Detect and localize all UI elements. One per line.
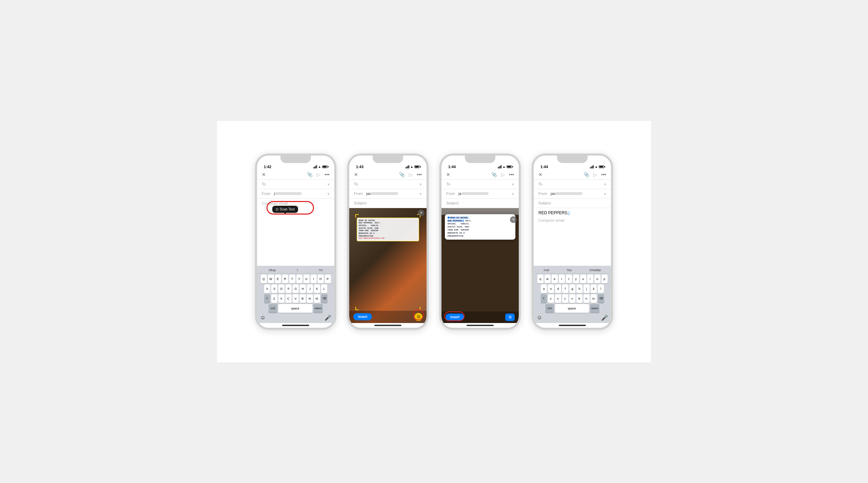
- close-icon-2[interactable]: ✕: [354, 172, 358, 177]
- key-x[interactable]: x: [555, 294, 561, 303]
- key-M[interactable]: M: [314, 294, 320, 303]
- key-g[interactable]: g: [569, 284, 575, 293]
- key-Z[interactable]: Z: [271, 294, 277, 303]
- mail-toolbar-2: ✕ 📎 ▷ •••: [349, 170, 427, 180]
- mic-icon-1[interactable]: 🎤: [324, 315, 331, 321]
- insert-btn-2[interactable]: insert: [353, 313, 372, 320]
- paperclip-icon-1[interactable]: 📎: [307, 172, 313, 177]
- close-icon-4[interactable]: ✕: [538, 172, 542, 177]
- key-k[interactable]: k: [591, 284, 597, 293]
- insert-btn-3[interactable]: insert: [446, 314, 464, 321]
- key-V[interactable]: V: [293, 294, 299, 303]
- scan-text-tooltip-1[interactable]: ⊡ Scan Text: [272, 206, 298, 213]
- key-w[interactable]: w: [545, 275, 551, 283]
- send-icon-2[interactable]: ▷: [409, 172, 413, 177]
- key-W[interactable]: W: [268, 275, 274, 283]
- close-camera-btn-3[interactable]: ✕: [510, 216, 517, 223]
- key-123[interactable]: 123: [269, 304, 277, 313]
- key-O[interactable]: O: [318, 275, 324, 283]
- key-j[interactable]: j: [584, 284, 590, 293]
- send-icon-3[interactable]: ▷: [501, 172, 505, 177]
- key-f[interactable]: f: [562, 284, 568, 293]
- paperclip-icon-2[interactable]: 📎: [399, 172, 405, 177]
- close-icon-3[interactable]: ✕: [446, 172, 450, 177]
- key-I[interactable]: I: [311, 275, 317, 283]
- key-shift-4[interactable]: ⇧: [541, 294, 547, 303]
- key-r[interactable]: r: [559, 275, 565, 283]
- scan-btn-3[interactable]: ⊞: [505, 314, 515, 321]
- more-icon-2[interactable]: •••: [417, 172, 422, 177]
- send-icon-1[interactable]: ▷: [317, 172, 320, 177]
- key-y[interactable]: y: [573, 275, 579, 283]
- key-a[interactable]: a: [541, 284, 547, 293]
- subject-text-4[interactable]: RED PEPPERS,: [538, 210, 570, 215]
- more-icon-1[interactable]: •••: [324, 172, 330, 177]
- key-u[interactable]: u: [580, 275, 586, 283]
- key-l[interactable]: l: [598, 284, 604, 293]
- key-return[interactable]: return: [313, 304, 323, 313]
- close-icon-1[interactable]: ✕: [262, 172, 266, 177]
- suggestion-1b[interactable]: I: [297, 268, 298, 272]
- key-h[interactable]: h: [576, 284, 583, 293]
- key-C[interactable]: C: [285, 294, 292, 303]
- compose-area-4[interactable]: Compose email: [534, 216, 611, 266]
- key-z[interactable]: z: [548, 294, 554, 303]
- key-S[interactable]: S: [271, 284, 277, 293]
- key-T[interactable]: T: [289, 275, 295, 283]
- emoji-icon-4[interactable]: ☺: [537, 315, 542, 321]
- key-D[interactable]: D: [278, 284, 284, 293]
- emoji-icon-1[interactable]: ☺: [260, 315, 265, 321]
- key-space-4[interactable]: space: [555, 304, 589, 313]
- send-icon-4[interactable]: ▷: [593, 172, 597, 177]
- key-B[interactable]: B: [300, 294, 306, 303]
- key-s[interactable]: s: [548, 284, 554, 293]
- key-backspace[interactable]: ⌫: [321, 294, 328, 303]
- key-o[interactable]: o: [594, 275, 600, 283]
- key-U[interactable]: U: [303, 275, 310, 283]
- paperclip-icon-3[interactable]: 📎: [491, 172, 497, 177]
- key-backspace-4[interactable]: ⌫: [598, 294, 604, 303]
- key-Y[interactable]: Y: [296, 275, 302, 283]
- more-icon-3[interactable]: •••: [509, 172, 514, 177]
- key-v[interactable]: v: [569, 294, 575, 303]
- mic-icon-4[interactable]: 🎤: [601, 315, 608, 321]
- close-camera-btn-2[interactable]: ✕: [418, 209, 425, 216]
- key-i[interactable]: i: [587, 275, 593, 283]
- key-F[interactable]: F: [285, 284, 292, 293]
- key-P[interactable]: P: [325, 275, 331, 283]
- key-H[interactable]: H: [300, 284, 306, 293]
- key-N[interactable]: N: [307, 294, 313, 303]
- key-Q[interactable]: Q: [261, 275, 267, 283]
- key-e[interactable]: e: [552, 275, 558, 283]
- key-K[interactable]: K: [314, 284, 320, 293]
- key-n[interactable]: n: [584, 294, 590, 303]
- status-bar-4: 1:44 ▲: [534, 156, 611, 170]
- key-X[interactable]: X: [278, 294, 284, 303]
- key-p[interactable]: p: [601, 275, 608, 283]
- key-shift[interactable]: ⇧: [264, 294, 270, 303]
- suggestion-1c[interactable]: I'm: [319, 268, 323, 272]
- key-G[interactable]: G: [293, 284, 299, 293]
- more-icon-4[interactable]: •••: [601, 172, 606, 177]
- suggestion-4a[interactable]: And: [544, 268, 549, 272]
- suggestion-4b[interactable]: Too: [567, 268, 572, 272]
- key-R[interactable]: R: [282, 275, 288, 283]
- paperclip-icon-4[interactable]: 📎: [584, 172, 589, 177]
- key-L[interactable]: L: [321, 284, 327, 293]
- suggestion-1a[interactable]: Okay: [269, 268, 276, 272]
- key-b[interactable]: b: [576, 294, 583, 303]
- key-d[interactable]: d: [555, 284, 561, 293]
- to-chevron-3: ∨: [512, 182, 514, 186]
- key-space[interactable]: space: [278, 304, 312, 313]
- key-J[interactable]: J: [307, 284, 313, 293]
- key-E[interactable]: E: [275, 275, 281, 283]
- key-c[interactable]: c: [562, 294, 568, 303]
- key-t[interactable]: t: [566, 275, 572, 283]
- key-q[interactable]: q: [537, 275, 544, 283]
- key-123-4[interactable]: 123: [545, 304, 554, 313]
- scan-btn-2[interactable]: ⊡: [414, 313, 422, 321]
- key-m[interactable]: m: [591, 294, 597, 303]
- key-return-4[interactable]: return: [590, 304, 600, 313]
- key-A[interactable]: A: [264, 284, 270, 293]
- suggestion-4c[interactable]: Cheddar: [589, 268, 601, 272]
